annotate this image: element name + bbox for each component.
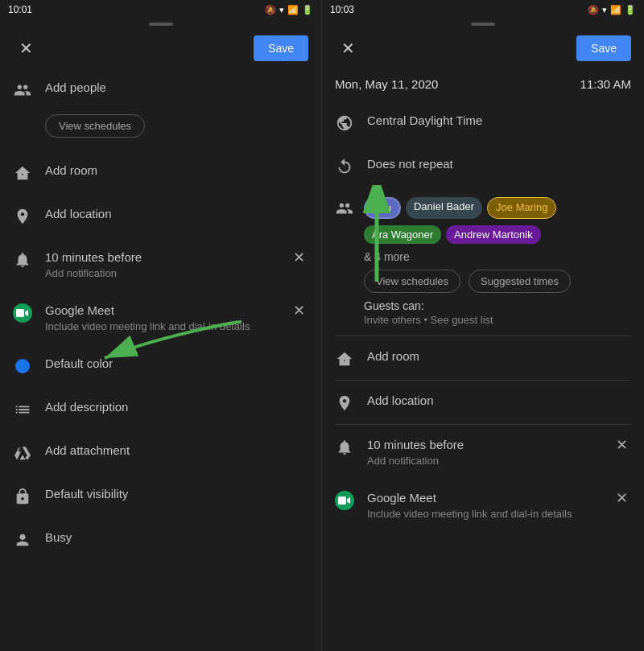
right-add-room[interactable]: Add room <box>322 336 644 380</box>
timezone-label: Central Daylight Time <box>367 112 631 129</box>
right-signal-icon: 📶 <box>610 5 621 15</box>
guests-chips-row2: Ara Wagoner Andrew Martonik <box>364 225 631 244</box>
left-save-button[interactable]: Save <box>254 35 308 61</box>
svg-rect-2 <box>338 496 346 505</box>
add-description-label: Add description <box>45 398 308 415</box>
notification-label: 10 minutes before <box>45 249 277 266</box>
default-color-label: Default color <box>45 355 308 372</box>
right-status-bar: 10:03 🔕 ▾ 📶 🔋 <box>322 0 644 19</box>
person-icon <box>13 530 32 550</box>
right-add-room-label: Add room <box>367 348 631 365</box>
left-status-icons: 🔕 ▾ 📶 🔋 <box>265 5 313 15</box>
chip-ara[interactable]: Ara Wagoner <box>364 225 441 244</box>
view-schedules-container: View schedules <box>0 111 321 150</box>
left-top-bar: ✕ Save <box>0 29 321 68</box>
swipe-bar <box>149 23 173 26</box>
add-people-label: Add people <box>45 79 308 96</box>
color-circle-icon <box>13 356 32 376</box>
right-building-icon <box>335 349 354 369</box>
right-view-schedules-button[interactable]: View schedules <box>364 270 460 293</box>
globe-icon <box>335 113 354 133</box>
guests-can-detail: Invite others • See guest list <box>364 314 631 326</box>
right-save-button[interactable]: Save <box>576 35 631 61</box>
chip-you[interactable]: You <box>364 197 401 219</box>
left-swipe-indicator <box>0 19 321 29</box>
schedule-buttons: View schedules Suggested times <box>364 270 631 293</box>
color-dot <box>15 359 30 373</box>
right-add-location[interactable]: Add location <box>322 381 644 424</box>
right-meet-close[interactable]: ✕ <box>613 489 631 507</box>
bell-icon <box>13 250 32 270</box>
google-meet-subtext: Include video meeting link and dial-in d… <box>45 320 277 332</box>
event-time: 11:30 AM <box>580 77 631 91</box>
notification-text-block: 10 minutes before Add notification <box>45 249 277 279</box>
right-bell-icon <box>335 438 354 457</box>
right-status-icons: 🔕 ▾ 📶 🔋 <box>588 5 636 15</box>
date-time-row[interactable]: Mon, May 11, 2020 11:30 AM <box>322 68 644 101</box>
right-swipe-indicator <box>322 19 644 29</box>
guests-chips: You Daniel Bader Joe Maring <box>364 197 631 219</box>
right-notification-close[interactable]: ✕ <box>613 436 631 454</box>
meet-icon <box>13 303 32 323</box>
left-busy[interactable]: Busy <box>0 517 321 561</box>
left-meet-close[interactable]: ✕ <box>290 302 308 319</box>
right-notification-block: 10 minutes before Add notification <box>367 436 600 467</box>
meet-text-block: Google Meet Include video meeting link a… <box>45 302 277 332</box>
guests-content: You Daniel Bader Joe Maring Ara Wagoner … <box>364 197 631 326</box>
left-status-time: 10:01 <box>8 4 32 15</box>
left-notification[interactable]: 10 minutes before Add notification ✕ <box>0 237 321 290</box>
drive-icon <box>13 443 32 463</box>
repeat-icon <box>335 157 354 176</box>
left-default-visibility[interactable]: Default visibility <box>0 474 321 517</box>
chip-joe[interactable]: Joe Maring <box>487 197 556 219</box>
event-date: Mon, May 11, 2020 <box>335 77 438 91</box>
chip-daniel[interactable]: Daniel Bader <box>406 197 482 219</box>
left-panel: 10:01 🔕 ▾ 📶 🔋 ✕ Save Add people View sch… <box>0 0 322 651</box>
mute-icon: 🔕 <box>265 5 276 15</box>
guests-icon <box>335 199 354 218</box>
notification-subtext: Add notification <box>45 267 277 279</box>
right-timezone[interactable]: Central Daylight Time <box>322 101 644 144</box>
left-close-button[interactable]: ✕ <box>13 35 39 61</box>
add-location-label: Add location <box>45 205 308 222</box>
building-icon <box>13 163 32 183</box>
right-location-icon <box>335 393 354 413</box>
right-google-meet[interactable]: Google Meet Include video meeting link a… <box>322 478 644 531</box>
right-notification[interactable]: 10 minutes before Add notification ✕ <box>322 425 644 478</box>
left-add-location[interactable]: Add location <box>0 194 321 237</box>
suggested-times-button[interactable]: Suggested times <box>469 270 571 293</box>
right-wifi-icon: ▾ <box>602 5 607 15</box>
google-meet-label: Google Meet <box>45 302 277 319</box>
right-google-meet-label: Google Meet <box>367 489 600 506</box>
lines-icon <box>13 400 32 419</box>
left-google-meet[interactable]: Google Meet Include video meeting link a… <box>0 290 321 344</box>
signal-icon: 📶 <box>287 5 299 15</box>
guests-can-title: Guests can: <box>364 299 631 312</box>
left-status-bar: 10:01 🔕 ▾ 📶 🔋 <box>0 0 321 19</box>
right-status-time: 10:03 <box>330 4 354 15</box>
default-visibility-label: Default visibility <box>45 485 308 502</box>
right-meet-block: Google Meet Include video meeting link a… <box>367 489 600 520</box>
left-add-room[interactable]: Add room <box>0 150 321 194</box>
guests-can-section: Guests can: Invite others • See guest li… <box>364 299 631 326</box>
right-meet-icon <box>335 491 354 510</box>
right-notification-label: 10 minutes before <box>367 436 600 453</box>
right-close-button[interactable]: ✕ <box>335 35 361 61</box>
right-repeat[interactable]: Does not repeat <box>322 144 644 187</box>
left-add-people[interactable]: Add people <box>0 68 321 111</box>
left-notification-close[interactable]: ✕ <box>290 249 308 266</box>
svg-rect-0 <box>16 309 24 317</box>
chip-andrew[interactable]: Andrew Martonik <box>446 225 541 244</box>
right-top-bar: ✕ Save <box>322 29 644 68</box>
right-battery-icon: 🔋 <box>625 5 636 15</box>
person-group-icon <box>13 80 32 100</box>
left-view-schedules-button[interactable]: View schedules <box>45 114 145 138</box>
left-add-description[interactable]: Add description <box>0 387 321 431</box>
left-default-color[interactable]: Default color <box>0 344 321 387</box>
right-add-location-label: Add location <box>367 392 631 409</box>
guests-section: You Daniel Bader Joe Maring Ara Wagoner … <box>322 187 644 336</box>
left-add-attachment[interactable]: Add attachment <box>0 431 321 474</box>
busy-label: Busy <box>45 529 308 546</box>
right-panel: 10:03 🔕 ▾ 📶 🔋 ✕ Save Mon, May 11, 2020 1… <box>322 0 644 651</box>
location-icon <box>13 207 32 226</box>
